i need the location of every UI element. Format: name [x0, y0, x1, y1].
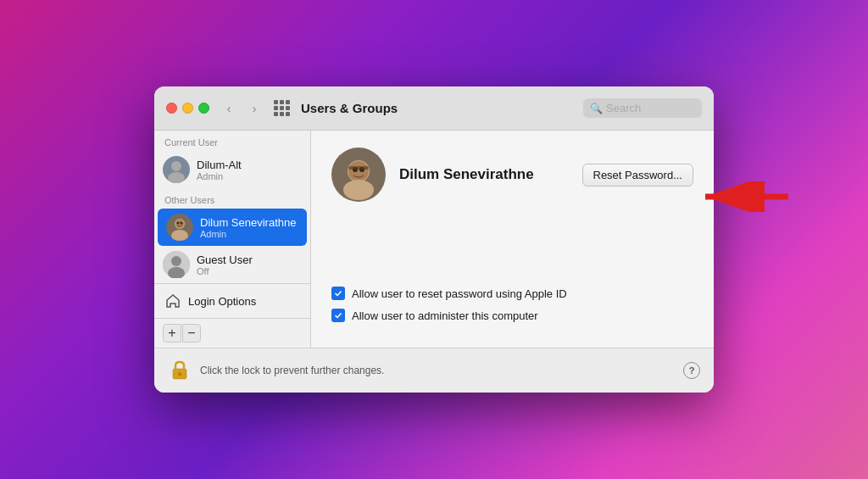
- back-button[interactable]: ‹: [220, 99, 238, 118]
- search-box[interactable]: 🔍: [583, 98, 702, 118]
- minimize-button[interactable]: [182, 103, 193, 114]
- user-avatar-guest: [163, 251, 190, 278]
- user-name-guest: Guest User: [197, 253, 253, 266]
- current-user-section-header: Current User: [154, 131, 310, 151]
- svg-rect-19: [179, 374, 181, 376]
- system-preferences-window: ‹ › Users & Groups 🔍 Current User: [154, 86, 714, 393]
- add-user-button[interactable]: +: [163, 324, 181, 343]
- current-user-avatar: [163, 156, 190, 183]
- user-avatar-dilum: [166, 214, 193, 241]
- checkbox-label-apple-id: Allow user to reset password using Apple…: [352, 287, 567, 300]
- checkbox-row-admin: Allow user to administer this computer: [331, 309, 693, 322]
- current-user-role: Admin: [197, 171, 242, 181]
- content-area: Current User Dilum-Alt Admin: [154, 131, 714, 348]
- svg-point-6: [177, 222, 180, 225]
- red-arrow-annotation: [697, 181, 790, 212]
- svg-rect-15: [348, 166, 369, 170]
- user-item-guest[interactable]: Guest User Off: [154, 246, 310, 283]
- lock-text: Click the lock to prevent further change…: [200, 365, 675, 376]
- current-user-info: Dilum-Alt Admin: [197, 159, 242, 181]
- checkboxes-container: Allow user to reset password using Apple…: [331, 287, 693, 322]
- remove-user-button[interactable]: −: [182, 324, 201, 343]
- user-list: Current User Dilum-Alt Admin: [154, 131, 310, 283]
- other-users-section-header: Other Users: [154, 188, 310, 209]
- svg-point-9: [171, 256, 181, 266]
- help-button[interactable]: ?: [683, 362, 700, 379]
- user-info-guest: Guest User Off: [197, 253, 253, 276]
- svg-point-1: [168, 172, 185, 183]
- user-name-dilum: Dilum Senevirathne: [200, 216, 296, 229]
- svg-point-16: [343, 180, 374, 200]
- bottom-bar: Click the lock to prevent further change…: [154, 348, 714, 393]
- sidebar-actions: + −: [154, 318, 310, 348]
- close-button[interactable]: [166, 103, 177, 114]
- titlebar: ‹ › Users & Groups 🔍: [154, 86, 714, 131]
- traffic-lights: [166, 103, 209, 114]
- house-icon: [164, 292, 181, 309]
- lock-icon[interactable]: [168, 359, 192, 382]
- checkbox-row-apple-id: Allow user to reset password using Apple…: [331, 287, 693, 300]
- login-options-label: Login Options: [188, 295, 256, 308]
- user-info-dilum: Dilum Senevirathne Admin: [200, 216, 296, 239]
- user-item-dilum[interactable]: Dilum Senevirathne Admin: [158, 209, 307, 246]
- svg-point-0: [171, 161, 181, 171]
- search-input[interactable]: [606, 102, 695, 114]
- sidebar-footer: Login Options: [154, 283, 310, 318]
- checkbox-label-admin: Allow user to administer this computer: [352, 309, 538, 322]
- user-role-guest: Off: [197, 266, 253, 276]
- svg-point-12: [348, 161, 369, 181]
- forward-button[interactable]: ›: [245, 99, 264, 118]
- current-user-item[interactable]: Dilum-Alt Admin: [154, 151, 310, 188]
- checkbox-apple-id[interactable]: [331, 287, 345, 300]
- reset-password-button[interactable]: Reset Password...: [582, 164, 694, 187]
- sidebar: Current User Dilum-Alt Admin: [154, 131, 311, 348]
- login-options-item[interactable]: Login Options: [163, 289, 302, 313]
- user-detail-header: Dilum Senevirathne Reset Password...: [331, 148, 693, 202]
- grid-icon[interactable]: [274, 100, 291, 117]
- svg-point-7: [181, 222, 183, 225]
- checkbox-admin[interactable]: [331, 309, 345, 322]
- spacer: [331, 219, 693, 287]
- detail-user-name: Dilum Senevirathne: [399, 166, 569, 183]
- maximize-button[interactable]: [198, 103, 209, 114]
- current-user-name: Dilum-Alt: [197, 159, 242, 171]
- search-icon: 🔍: [590, 103, 603, 114]
- window-title: Users & Groups: [301, 101, 576, 115]
- main-panel: Dilum Senevirathne Reset Password... All…: [311, 131, 714, 348]
- detail-user-avatar: [331, 148, 386, 202]
- user-role-dilum: Admin: [200, 229, 296, 239]
